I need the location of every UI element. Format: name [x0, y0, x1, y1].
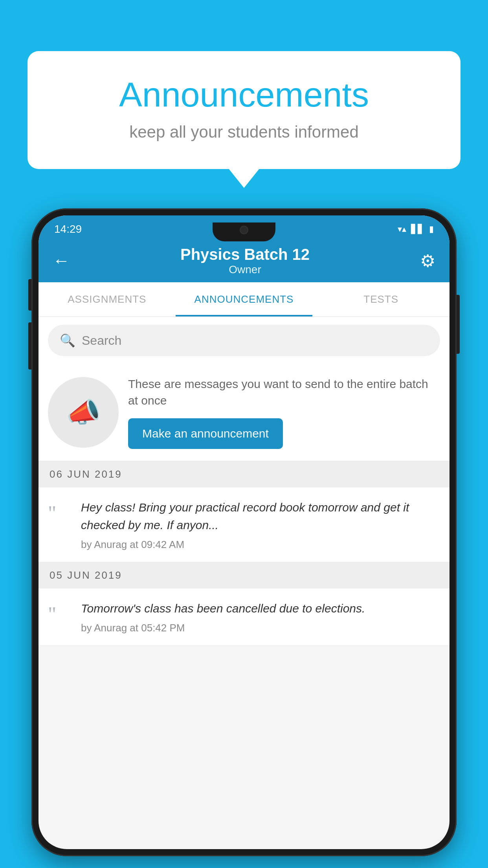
wifi-icon: ▾▴: [398, 224, 406, 234]
phone-button-vol-up: [28, 279, 31, 311]
battery-icon: ▮: [429, 224, 434, 234]
promo-icon-circle: 📣: [48, 377, 119, 448]
phone-button-vol-down: [28, 322, 31, 370]
megaphone-icon: 📣: [66, 396, 101, 428]
speech-bubble-container: Announcements keep all your students inf…: [28, 51, 460, 169]
app-bar-center: Physics Batch 12 Owner: [180, 246, 310, 276]
app-bar-title: Physics Batch 12: [180, 246, 310, 263]
announcement-promo: 📣 These are messages you want to send to…: [39, 364, 449, 461]
phone-camera: [240, 226, 248, 234]
phone-notch: [213, 223, 275, 241]
search-bar[interactable]: 🔍 Search: [48, 325, 440, 356]
tab-bar: ASSIGNMENTS ANNOUNCEMENTS TESTS: [39, 282, 449, 317]
make-announcement-button[interactable]: Make an announcement: [128, 418, 283, 449]
promo-description: These are messages you want to send to t…: [128, 376, 440, 409]
app-bar: ← Physics Batch 12 Owner ⚙: [39, 239, 449, 282]
search-placeholder: Search: [82, 333, 121, 348]
phone-screen: 14:29 ▾▴ ▋▋ ▮ ← Physics Batch 12 Owner ⚙: [39, 215, 449, 849]
status-icons: ▾▴ ▋▋ ▮: [398, 224, 434, 234]
phone-outer: 14:29 ▾▴ ▋▋ ▮ ← Physics Batch 12 Owner ⚙: [31, 208, 457, 856]
quote-icon-1: ": [48, 502, 72, 551]
date-section-2: 05 JUN 2019: [39, 562, 449, 588]
date-section-1: 06 JUN 2019: [39, 461, 449, 487]
tab-assignments[interactable]: ASSIGNMENTS: [39, 282, 176, 316]
settings-icon[interactable]: ⚙: [420, 251, 435, 271]
phone-button-power: [457, 295, 460, 354]
announcements-subtitle: keep all your students informed: [59, 123, 429, 142]
content-area: 🔍 Search 📣 These are messages you want t…: [39, 317, 449, 645]
announcement-content-2: Tomorrow's class has been cancelled due …: [81, 600, 440, 634]
announcement-text-1: Hey class! Bring your practical record b…: [81, 498, 440, 534]
app-bar-subtitle: Owner: [180, 263, 310, 276]
announcement-content-1: Hey class! Bring your practical record b…: [81, 498, 440, 551]
announcement-meta-1: by Anurag at 09:42 AM: [81, 539, 440, 551]
tab-tests[interactable]: TESTS: [312, 282, 449, 316]
promo-content: These are messages you want to send to t…: [128, 376, 440, 449]
quote-icon-2: ": [48, 603, 72, 634]
signal-icon: ▋▋: [411, 224, 424, 234]
speech-bubble: Announcements keep all your students inf…: [28, 51, 460, 169]
announcement-item-1[interactable]: " Hey class! Bring your practical record…: [39, 487, 449, 562]
announcement-item-2[interactable]: " Tomorrow's class has been cancelled du…: [39, 588, 449, 645]
announcement-meta-2: by Anurag at 05:42 PM: [81, 622, 440, 634]
search-icon: 🔍: [60, 333, 75, 348]
date-label-1: 06 JUN 2019: [50, 468, 122, 480]
announcements-title: Announcements: [59, 75, 429, 115]
tab-announcements[interactable]: ANNOUNCEMENTS: [176, 282, 313, 316]
back-button[interactable]: ←: [53, 251, 70, 270]
date-label-2: 05 JUN 2019: [50, 569, 122, 581]
phone-container: 14:29 ▾▴ ▋▋ ▮ ← Physics Batch 12 Owner ⚙: [31, 208, 457, 856]
announcement-text-2: Tomorrow's class has been cancelled due …: [81, 600, 440, 617]
status-time: 14:29: [54, 223, 82, 235]
